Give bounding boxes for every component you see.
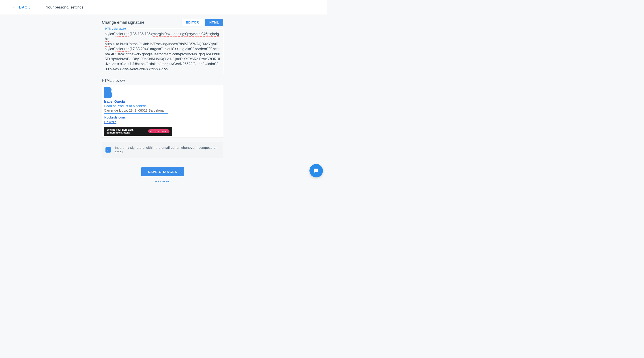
signature-role: Head of Product at bloobirds <box>104 104 221 108</box>
html-signature-legend: HTML signature <box>104 27 127 30</box>
preview-label: HTML preview <box>102 79 223 83</box>
cancel-button[interactable]: CANCEL <box>155 180 170 182</box>
tab-html[interactable]: HTML <box>205 19 223 26</box>
signature-linkedin-link[interactable]: Linkedin <box>104 120 116 124</box>
action-buttons: SAVE CHANGES CANCEL <box>102 167 223 182</box>
page-title: Your personal settings <box>46 5 84 10</box>
html-preview-box: Isabel García Head of Product at bloobir… <box>102 85 223 138</box>
section-title: Change email signature <box>102 20 144 25</box>
main-content: Change email signature EDITOR HTML HTML … <box>102 15 223 182</box>
section-header: Change email signature EDITOR HTML <box>102 19 223 26</box>
save-button[interactable]: SAVE CHANGES <box>141 167 184 176</box>
auto-insert-row: Insert my signature within the email edi… <box>102 142 223 158</box>
signature-address: Carrer de Lluçà, 28, 2, 08028 Barcelona <box>104 108 221 112</box>
check-icon <box>106 148 110 151</box>
signature-banner[interactable]: Scaling your B2B SaaS conference strateg… <box>104 127 172 136</box>
signature-website-link[interactable]: bloobirds.com <box>104 115 125 119</box>
auto-insert-checkbox[interactable] <box>106 147 111 153</box>
back-button[interactable]: ← BACK <box>12 5 30 10</box>
html-signature-content[interactable]: style="color:rgb(136,136,136);margin:0px… <box>105 32 220 72</box>
banner-text: Scaling your B2B SaaS conference strateg… <box>106 128 144 134</box>
chat-icon <box>313 167 320 174</box>
chat-fab[interactable] <box>310 164 323 177</box>
arrow-left-icon: ← <box>12 5 17 10</box>
html-signature-field[interactable]: HTML signature style="color:rgb(136,136,… <box>102 29 223 74</box>
auto-insert-label: Insert my signature within the email edi… <box>115 145 220 155</box>
bloobirds-logo-icon <box>104 87 113 98</box>
back-label: BACK <box>19 5 30 10</box>
banner-badge: LIVE WEBINAR <box>148 129 170 133</box>
signature-mode-tabs: EDITOR HTML <box>182 19 223 26</box>
play-icon <box>150 131 152 132</box>
tab-editor[interactable]: EDITOR <box>182 19 203 26</box>
signature-name: Isabel García <box>104 100 221 103</box>
header: ← BACK Your personal settings <box>0 0 327 15</box>
